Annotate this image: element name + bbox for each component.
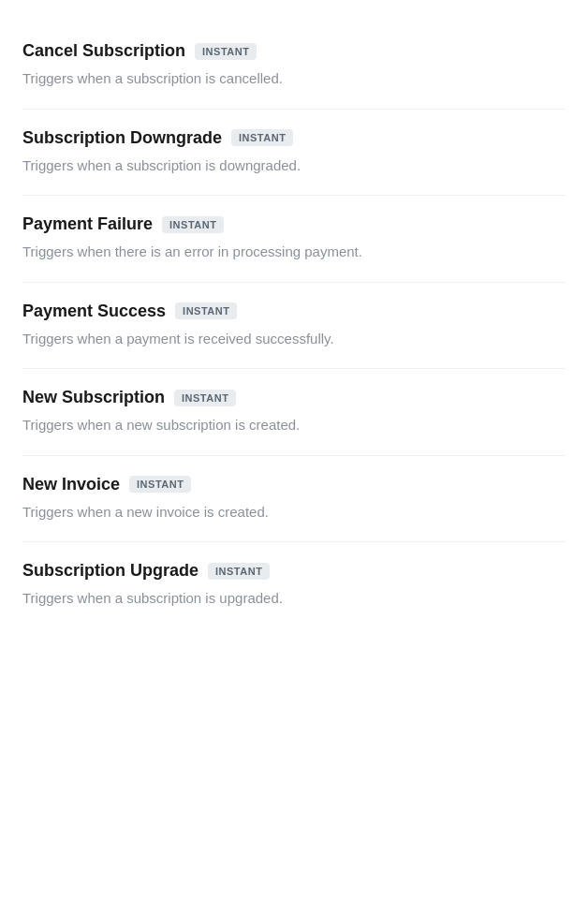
trigger-title-cancel-subscription: Cancel Subscription [22,41,185,61]
trigger-item-new-subscription[interactable]: New SubscriptionINSTANTTriggers when a n… [22,369,566,456]
instant-badge-subscription-downgrade: INSTANT [231,129,293,146]
instant-badge-new-invoice: INSTANT [129,476,191,493]
trigger-description-cancel-subscription: Triggers when a subscription is cancelle… [22,68,566,90]
instant-badge-payment-success: INSTANT [175,302,237,319]
instant-badge-subscription-upgrade: INSTANT [208,563,270,580]
trigger-header-payment-failure: Payment FailureINSTANT [22,214,566,234]
trigger-title-new-invoice: New Invoice [22,475,120,494]
trigger-title-payment-success: Payment Success [22,302,166,321]
trigger-title-new-subscription: New Subscription [22,388,165,407]
instant-badge-new-subscription: INSTANT [174,390,236,406]
trigger-header-cancel-subscription: Cancel SubscriptionINSTANT [22,41,566,61]
trigger-title-subscription-upgrade: Subscription Upgrade [22,561,198,581]
trigger-header-new-invoice: New InvoiceINSTANT [22,475,566,494]
trigger-item-subscription-downgrade[interactable]: Subscription DowngradeINSTANTTriggers wh… [22,110,566,197]
trigger-description-new-invoice: Triggers when a new invoice is created. [22,502,566,523]
instant-badge-payment-failure: INSTANT [162,216,224,233]
trigger-item-payment-failure[interactable]: Payment FailureINSTANTTriggers when ther… [22,196,566,283]
trigger-description-payment-failure: Triggers when there is an error in proce… [22,242,566,263]
trigger-description-subscription-upgrade: Triggers when a subscription is upgraded… [22,588,566,610]
trigger-item-subscription-upgrade[interactable]: Subscription UpgradeINSTANTTriggers when… [22,542,566,628]
trigger-title-subscription-downgrade: Subscription Downgrade [22,128,222,148]
trigger-header-subscription-upgrade: Subscription UpgradeINSTANT [22,561,566,581]
trigger-title-payment-failure: Payment Failure [22,214,153,234]
trigger-item-cancel-subscription[interactable]: Cancel SubscriptionINSTANTTriggers when … [22,22,566,110]
instant-badge-cancel-subscription: INSTANT [195,43,257,60]
trigger-header-new-subscription: New SubscriptionINSTANT [22,388,566,407]
trigger-description-new-subscription: Triggers when a new subscription is crea… [22,415,566,436]
trigger-item-payment-success[interactable]: Payment SuccessINSTANTTriggers when a pa… [22,283,566,370]
trigger-header-payment-success: Payment SuccessINSTANT [22,302,566,321]
triggers-list: Cancel SubscriptionINSTANTTriggers when … [22,22,566,628]
trigger-item-new-invoice[interactable]: New InvoiceINSTANTTriggers when a new in… [22,456,566,543]
trigger-header-subscription-downgrade: Subscription DowngradeINSTANT [22,128,566,148]
trigger-description-subscription-downgrade: Triggers when a subscription is downgrad… [22,155,566,177]
trigger-description-payment-success: Triggers when a payment is received succ… [22,329,566,350]
